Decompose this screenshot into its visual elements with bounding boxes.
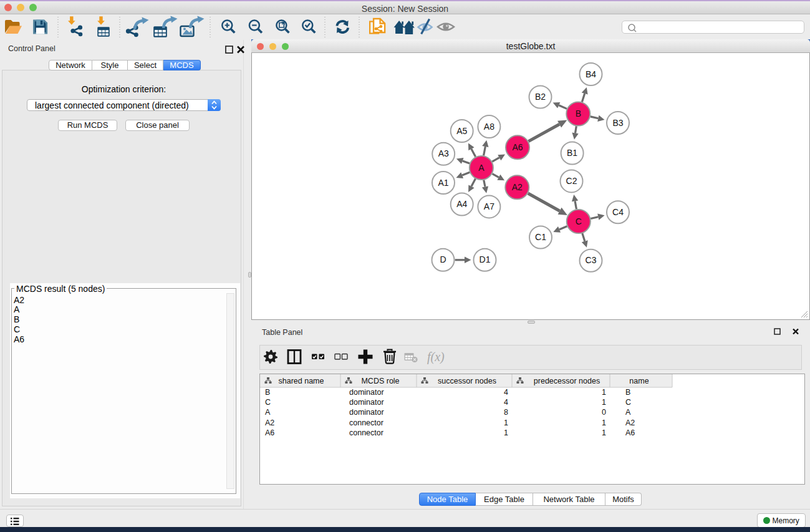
svg-text:B: B [265,388,270,397]
svg-text:C3: C3 [586,255,597,265]
svg-text:1: 1 [602,398,606,407]
svg-text:A6: A6 [625,428,635,437]
svg-text:A1: A1 [438,178,448,188]
svg-text:1: 1 [602,418,606,427]
svg-text:connector: connector [349,428,383,437]
svg-text:A8: A8 [484,122,494,132]
svg-text:MCDS role: MCDS role [361,377,399,385]
svg-text:C4: C4 [612,207,624,217]
svg-text:A: A [265,408,271,417]
svg-text:0: 0 [602,408,606,417]
svg-text:shared name: shared name [279,377,324,385]
svg-text:A2: A2 [625,418,635,427]
svg-text:B: B [576,109,581,118]
svg-text:C2: C2 [566,176,577,186]
svg-text:1: 1 [504,418,508,427]
svg-text:B1: B1 [567,148,577,158]
svg-text:D: D [440,254,446,264]
svg-text:B3: B3 [612,118,623,128]
svg-text:C1: C1 [535,232,546,242]
svg-text:A: A [478,163,485,173]
svg-text:1: 1 [504,428,508,437]
svg-text:D1: D1 [480,254,491,264]
svg-text:dominator: dominator [349,388,384,397]
svg-text:A6: A6 [265,428,274,437]
svg-text:dominator: dominator [349,408,384,417]
svg-text:C: C [265,398,271,407]
svg-text:name: name [629,377,648,385]
svg-text:B: B [625,388,630,397]
svg-text:dominator: dominator [349,398,384,407]
svg-text:predecessor nodes: predecessor nodes [534,377,600,385]
svg-text:connector: connector [349,418,383,427]
svg-text:A6: A6 [512,142,523,152]
svg-text:C: C [625,398,631,407]
svg-text:A2: A2 [265,418,274,427]
svg-text:A2: A2 [512,182,523,192]
svg-text:4: 4 [504,388,508,397]
svg-text:B2: B2 [535,92,546,102]
svg-text:successor nodes: successor nodes [438,377,496,385]
svg-text:A: A [625,408,631,417]
svg-text:1: 1 [602,388,606,397]
svg-text:4: 4 [504,398,508,407]
svg-text:8: 8 [504,408,508,417]
svg-text:1: 1 [602,428,606,437]
svg-text:C: C [576,216,582,226]
svg-text:A7: A7 [484,201,494,211]
svg-text:A4: A4 [456,199,467,209]
svg-text:B4: B4 [586,69,596,79]
svg-text:A3: A3 [438,148,449,158]
svg-text:A5: A5 [456,126,467,136]
